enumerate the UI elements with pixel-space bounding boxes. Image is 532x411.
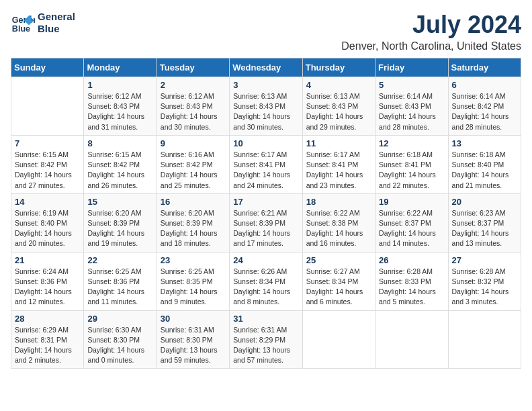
weekday-header-tuesday: Tuesday <box>157 58 229 77</box>
day-info: Sunrise: 6:29 AM Sunset: 8:31 PM Dayligh… <box>15 325 80 366</box>
calendar-cell: 18Sunrise: 6:22 AM Sunset: 8:38 PM Dayli… <box>302 193 375 252</box>
calendar-cell: 30Sunrise: 6:31 AM Sunset: 8:30 PM Dayli… <box>157 310 229 369</box>
day-number: 27 <box>452 255 517 265</box>
day-info: Sunrise: 6:13 AM Sunset: 8:43 PM Dayligh… <box>306 91 371 132</box>
day-info: Sunrise: 6:12 AM Sunset: 8:43 PM Dayligh… <box>87 91 152 132</box>
day-info: Sunrise: 6:24 AM Sunset: 8:36 PM Dayligh… <box>15 267 80 308</box>
calendar-cell: 19Sunrise: 6:22 AM Sunset: 8:37 PM Dayli… <box>375 193 448 252</box>
logo-blue: Blue <box>38 23 75 35</box>
day-info: Sunrise: 6:20 AM Sunset: 8:39 PM Dayligh… <box>87 208 152 249</box>
calendar-cell: 28Sunrise: 6:29 AM Sunset: 8:31 PM Dayli… <box>11 310 84 369</box>
calendar-cell: 21Sunrise: 6:24 AM Sunset: 8:36 PM Dayli… <box>11 252 84 310</box>
day-number: 12 <box>379 138 444 148</box>
day-info: Sunrise: 6:13 AM Sunset: 8:43 PM Dayligh… <box>233 91 298 132</box>
day-info: Sunrise: 6:25 AM Sunset: 8:35 PM Dayligh… <box>161 267 226 308</box>
day-info: Sunrise: 6:14 AM Sunset: 8:42 PM Dayligh… <box>452 91 517 132</box>
day-info: Sunrise: 6:12 AM Sunset: 8:43 PM Dayligh… <box>161 91 226 132</box>
title-block: July 2024 Denver, North Carolina, United… <box>341 11 521 52</box>
day-number: 14 <box>15 197 80 207</box>
day-number: 19 <box>379 197 444 207</box>
day-info: Sunrise: 6:18 AM Sunset: 8:41 PM Dayligh… <box>379 150 444 191</box>
weekday-header-friday: Friday <box>375 58 448 77</box>
calendar-cell: 23Sunrise: 6:25 AM Sunset: 8:35 PM Dayli… <box>157 252 229 310</box>
day-info: Sunrise: 6:16 AM Sunset: 8:42 PM Dayligh… <box>161 150 226 191</box>
calendar-cell: 8Sunrise: 6:15 AM Sunset: 8:42 PM Daylig… <box>84 135 157 193</box>
calendar-cell: 11Sunrise: 6:17 AM Sunset: 8:41 PM Dayli… <box>302 135 375 193</box>
logo: General Blue General Blue <box>11 11 75 35</box>
weekday-header-row: SundayMondayTuesdayWednesdayThursdayFrid… <box>11 58 521 77</box>
day-info: Sunrise: 6:22 AM Sunset: 8:37 PM Dayligh… <box>379 208 444 249</box>
day-number: 28 <box>15 314 80 324</box>
weekday-header-saturday: Saturday <box>448 58 521 77</box>
calendar-cell <box>375 310 448 369</box>
day-info: Sunrise: 6:19 AM Sunset: 8:40 PM Dayligh… <box>15 208 80 249</box>
day-number: 11 <box>306 138 371 148</box>
calendar-cell <box>448 310 521 369</box>
calendar-cell: 13Sunrise: 6:18 AM Sunset: 8:40 PM Dayli… <box>448 135 521 193</box>
calendar-cell: 10Sunrise: 6:17 AM Sunset: 8:41 PM Dayli… <box>230 135 302 193</box>
day-info: Sunrise: 6:18 AM Sunset: 8:40 PM Dayligh… <box>452 150 517 191</box>
day-info: Sunrise: 6:28 AM Sunset: 8:33 PM Dayligh… <box>379 267 444 308</box>
calendar-cell: 27Sunrise: 6:28 AM Sunset: 8:32 PM Dayli… <box>448 252 521 310</box>
day-number: 16 <box>161 197 226 207</box>
calendar-cell <box>11 77 84 136</box>
calendar-cell: 22Sunrise: 6:25 AM Sunset: 8:36 PM Dayli… <box>84 252 157 310</box>
day-info: Sunrise: 6:30 AM Sunset: 8:30 PM Dayligh… <box>87 325 152 366</box>
day-info: Sunrise: 6:31 AM Sunset: 8:29 PM Dayligh… <box>233 325 298 366</box>
day-number: 23 <box>161 255 226 265</box>
calendar-cell: 6Sunrise: 6:14 AM Sunset: 8:42 PM Daylig… <box>448 77 521 136</box>
weekday-header-monday: Monday <box>84 58 157 77</box>
calendar-cell: 3Sunrise: 6:13 AM Sunset: 8:43 PM Daylig… <box>230 77 302 136</box>
logo-general: General <box>38 11 75 23</box>
day-info: Sunrise: 6:22 AM Sunset: 8:38 PM Dayligh… <box>306 208 371 249</box>
day-number: 24 <box>233 255 298 265</box>
day-number: 29 <box>87 314 152 324</box>
day-info: Sunrise: 6:28 AM Sunset: 8:32 PM Dayligh… <box>452 267 517 308</box>
day-number: 6 <box>452 80 517 90</box>
page-header: General Blue General Blue July 2024 Denv… <box>11 11 521 52</box>
calendar-cell: 31Sunrise: 6:31 AM Sunset: 8:29 PM Dayli… <box>230 310 302 369</box>
day-number: 8 <box>87 138 152 148</box>
day-info: Sunrise: 6:25 AM Sunset: 8:36 PM Dayligh… <box>87 267 152 308</box>
day-info: Sunrise: 6:20 AM Sunset: 8:39 PM Dayligh… <box>161 208 226 249</box>
day-info: Sunrise: 6:17 AM Sunset: 8:41 PM Dayligh… <box>306 150 371 191</box>
calendar-cell: 29Sunrise: 6:30 AM Sunset: 8:30 PM Dayli… <box>84 310 157 369</box>
calendar-cell: 20Sunrise: 6:23 AM Sunset: 8:37 PM Dayli… <box>448 193 521 252</box>
day-number: 26 <box>379 255 444 265</box>
calendar-week-row: 28Sunrise: 6:29 AM Sunset: 8:31 PM Dayli… <box>11 310 521 369</box>
calendar-cell: 2Sunrise: 6:12 AM Sunset: 8:43 PM Daylig… <box>157 77 229 136</box>
calendar-week-row: 7Sunrise: 6:15 AM Sunset: 8:42 PM Daylig… <box>11 135 521 193</box>
month-title: July 2024 <box>341 11 521 39</box>
calendar-cell: 4Sunrise: 6:13 AM Sunset: 8:43 PM Daylig… <box>302 77 375 136</box>
day-number: 10 <box>233 138 298 148</box>
day-info: Sunrise: 6:31 AM Sunset: 8:30 PM Dayligh… <box>161 325 226 366</box>
day-number: 9 <box>161 138 226 148</box>
day-info: Sunrise: 6:15 AM Sunset: 8:42 PM Dayligh… <box>15 150 80 191</box>
day-number: 2 <box>161 80 226 90</box>
day-number: 22 <box>87 255 152 265</box>
day-number: 25 <box>306 255 371 265</box>
calendar-cell: 17Sunrise: 6:21 AM Sunset: 8:39 PM Dayli… <box>230 193 302 252</box>
day-number: 4 <box>306 80 371 90</box>
day-number: 3 <box>233 80 298 90</box>
calendar-week-row: 21Sunrise: 6:24 AM Sunset: 8:36 PM Dayli… <box>11 252 521 310</box>
calendar-cell: 16Sunrise: 6:20 AM Sunset: 8:39 PM Dayli… <box>157 193 229 252</box>
logo-icon: General Blue <box>11 11 35 35</box>
day-number: 17 <box>233 197 298 207</box>
calendar-cell: 26Sunrise: 6:28 AM Sunset: 8:33 PM Dayli… <box>375 252 448 310</box>
calendar-cell: 1Sunrise: 6:12 AM Sunset: 8:43 PM Daylig… <box>84 77 157 136</box>
weekday-header-wednesday: Wednesday <box>230 58 302 77</box>
calendar-cell: 24Sunrise: 6:26 AM Sunset: 8:34 PM Dayli… <box>230 252 302 310</box>
calendar-cell: 9Sunrise: 6:16 AM Sunset: 8:42 PM Daylig… <box>157 135 229 193</box>
day-info: Sunrise: 6:14 AM Sunset: 8:43 PM Dayligh… <box>379 91 444 132</box>
day-number: 15 <box>87 197 152 207</box>
day-number: 21 <box>15 255 80 265</box>
day-info: Sunrise: 6:21 AM Sunset: 8:39 PM Dayligh… <box>233 208 298 249</box>
day-info: Sunrise: 6:17 AM Sunset: 8:41 PM Dayligh… <box>233 150 298 191</box>
calendar-cell: 7Sunrise: 6:15 AM Sunset: 8:42 PM Daylig… <box>11 135 84 193</box>
day-info: Sunrise: 6:15 AM Sunset: 8:42 PM Dayligh… <box>87 150 152 191</box>
weekday-header-thursday: Thursday <box>302 58 375 77</box>
day-number: 7 <box>15 138 80 148</box>
day-number: 18 <box>306 197 371 207</box>
calendar-week-row: 14Sunrise: 6:19 AM Sunset: 8:40 PM Dayli… <box>11 193 521 252</box>
